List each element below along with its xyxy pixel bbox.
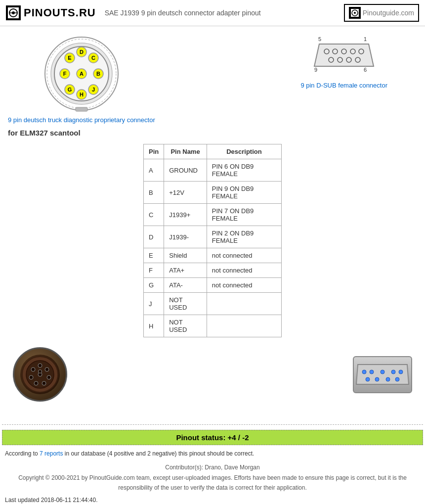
cell-description: PIN 9 ON DB9 FEMALE bbox=[207, 182, 281, 204]
cell-pin: G bbox=[144, 278, 164, 293]
svg-point-47 bbox=[45, 367, 49, 371]
last-updated: Last updated 2018-06-11 21:44:40. bbox=[0, 495, 425, 504]
svg-point-46 bbox=[38, 364, 42, 367]
svg-point-50 bbox=[34, 381, 38, 385]
cell-description: not connected bbox=[207, 263, 281, 278]
deutsch-diagram: A B C D E F G bbox=[42, 34, 121, 113]
cell-description: not connected bbox=[207, 248, 281, 263]
svg-text:B: B bbox=[96, 71, 100, 77]
cell-pin-name: ATA+ bbox=[164, 263, 207, 278]
cell-pin-name: ATA- bbox=[164, 278, 207, 293]
svg-rect-30 bbox=[76, 107, 87, 111]
svg-point-57 bbox=[381, 370, 384, 374]
page-header: PINOUTS.RU SAE J1939 9 pin deutsch conne… bbox=[0, 0, 425, 26]
svg-point-2 bbox=[12, 11, 15, 14]
page-heading: SAE J1939 9 pin deutsch connector adapte… bbox=[105, 9, 261, 17]
table-row: JNOT USED bbox=[144, 293, 282, 315]
pinout-tbody: AGROUNDPIN 6 ON DB9 FEMALEB+12VPIN 9 ON … bbox=[144, 159, 282, 337]
svg-point-61 bbox=[375, 377, 379, 381]
cell-pin: A bbox=[144, 159, 164, 182]
cell-pin: B bbox=[144, 182, 164, 204]
main-content: A B C D E F G bbox=[0, 26, 425, 419]
site-title: PINOUTS.RU bbox=[24, 6, 96, 19]
cell-pin: F bbox=[144, 263, 164, 278]
table-wrapper: Pin Pin Name Description AGROUNDPIN 6 ON… bbox=[8, 144, 417, 337]
cell-pin-name: NOT USED bbox=[164, 293, 207, 315]
table-row: CJ1939+PIN 7 ON DB9 FEMALE bbox=[144, 204, 282, 226]
svg-text:J: J bbox=[92, 87, 95, 92]
footer-according-start: According to bbox=[5, 450, 38, 457]
table-row: DJ1939-PIN 2 ON DB9 FEMALE bbox=[144, 226, 282, 248]
svg-point-60 bbox=[366, 377, 370, 381]
svg-text:6: 6 bbox=[364, 67, 367, 73]
connectors-row: A B C D E F G bbox=[8, 34, 417, 124]
pinout-table: Pin Pin Name Description AGROUNDPIN 6 ON… bbox=[143, 144, 282, 337]
deutsch-connector-link[interactable]: 9 pin deutsch truck diagnostic proprieta… bbox=[8, 116, 155, 124]
svg-text:A: A bbox=[80, 71, 84, 77]
cell-pin-name: J1939- bbox=[164, 226, 207, 248]
svg-text:5: 5 bbox=[318, 36, 321, 42]
elm-label: for ELM327 scantool bbox=[8, 129, 417, 137]
table-row: FATA+not connected bbox=[144, 263, 282, 278]
reports-link[interactable]: 7 reports bbox=[40, 450, 63, 457]
cell-description bbox=[207, 293, 281, 315]
db9-diagram: 5 1 9 6 bbox=[309, 34, 379, 79]
cell-pin-name: J1939+ bbox=[164, 204, 207, 226]
table-row: HNOT USED bbox=[144, 315, 282, 337]
cell-description: PIN 2 ON DB9 FEMALE bbox=[207, 226, 281, 248]
svg-point-51 bbox=[29, 375, 33, 379]
db9-connector-photo bbox=[353, 356, 412, 393]
col-header-pin: Pin bbox=[144, 144, 164, 159]
header-left: PINOUTS.RU SAE J1939 9 pin deutsch conne… bbox=[6, 5, 261, 20]
pinoutguide-text: Pinoutguide.com bbox=[363, 9, 414, 17]
footer-text: According to 7 reports in our database (… bbox=[0, 445, 425, 460]
logo-box: PINOUTS.RU bbox=[6, 5, 96, 20]
pinoutguide-logo[interactable]: Pinoutguide.com bbox=[344, 4, 419, 22]
cell-pin: H bbox=[144, 315, 164, 337]
cell-pin-name: Shield bbox=[164, 248, 207, 263]
svg-point-49 bbox=[42, 381, 46, 385]
cell-description: not connected bbox=[207, 278, 281, 293]
svg-text:E: E bbox=[68, 55, 71, 61]
left-connector: A B C D E F G bbox=[8, 34, 155, 124]
svg-text:F: F bbox=[63, 71, 66, 77]
cell-description: PIN 6 ON DB9 FEMALE bbox=[207, 159, 281, 182]
svg-point-48 bbox=[47, 375, 51, 379]
cell-pin: J bbox=[144, 293, 164, 315]
cell-description bbox=[207, 315, 281, 337]
cell-pin: E bbox=[144, 248, 164, 263]
col-header-pinname: Pin Name bbox=[164, 144, 207, 159]
svg-point-52 bbox=[31, 367, 35, 371]
logo-icon bbox=[6, 5, 21, 20]
status-bar: Pinout status: +4 / -2 bbox=[2, 430, 423, 445]
svg-point-63 bbox=[395, 377, 399, 381]
separator bbox=[2, 424, 423, 425]
svg-text:G: G bbox=[68, 87, 72, 92]
table-row: GATA-not connected bbox=[144, 278, 282, 293]
cell-description: PIN 7 ON DB9 FEMALE bbox=[207, 204, 281, 226]
cell-pin-name: +12V bbox=[164, 182, 207, 204]
svg-point-54 bbox=[39, 370, 42, 373]
svg-text:H: H bbox=[80, 92, 84, 97]
cell-pin: D bbox=[144, 226, 164, 248]
table-row: EShieldnot connected bbox=[144, 248, 282, 263]
svg-point-7 bbox=[354, 12, 356, 14]
svg-point-62 bbox=[386, 377, 390, 381]
db9-connector-link[interactable]: 9 pin D-SUB female connector bbox=[300, 82, 387, 89]
svg-point-58 bbox=[391, 370, 395, 374]
svg-text:1: 1 bbox=[364, 36, 367, 42]
table-row: B+12VPIN 9 ON DB9 FEMALE bbox=[144, 182, 282, 204]
svg-point-55 bbox=[362, 370, 366, 374]
images-row bbox=[8, 347, 417, 402]
cell-pin-name: NOT USED bbox=[164, 315, 207, 337]
col-header-desc: Description bbox=[207, 144, 281, 159]
contributor-line: Contributor(s): Drano, Dave Morgan bbox=[5, 462, 420, 472]
svg-point-56 bbox=[370, 370, 374, 374]
svg-point-59 bbox=[399, 370, 403, 374]
pinoutguide-icon bbox=[349, 7, 361, 19]
svg-text:C: C bbox=[91, 55, 95, 61]
table-row: AGROUNDPIN 6 ON DB9 FEMALE bbox=[144, 159, 282, 182]
footer-credits: Contributor(s): Drano, Dave Morgan Copyr… bbox=[0, 460, 425, 495]
footer-according-end: in our database (4 positive and 2 negati… bbox=[65, 450, 255, 457]
copyright-line: Copyright © 2000-2021 by PinoutGuide.com… bbox=[5, 473, 420, 493]
